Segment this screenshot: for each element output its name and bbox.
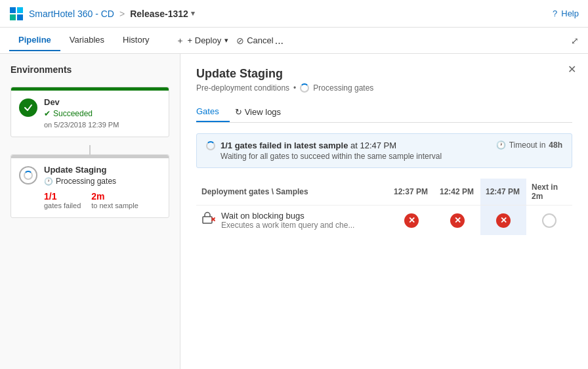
fail-icon-1: ✕ bbox=[404, 213, 419, 228]
panel-tabs: Gates ↻ View logs bbox=[196, 102, 572, 123]
help-icon: ? bbox=[553, 9, 557, 18]
cancel-icon: ⊘ bbox=[236, 35, 244, 46]
alert-main: 1/1 gates failed in latest sample at 12:… bbox=[220, 141, 442, 150]
fail-icon-3: ✕ bbox=[496, 213, 511, 228]
tab-variables[interactable]: Variables bbox=[60, 30, 114, 51]
close-button[interactable]: ✕ bbox=[564, 62, 579, 76]
top-bar-left: SmartHotel 360 - CD > Release-1312 ▾ bbox=[9, 7, 195, 21]
chevron-down-icon: ▾ bbox=[191, 9, 195, 18]
refresh-icon: ↻ bbox=[235, 107, 242, 117]
empty-status-icon bbox=[542, 213, 556, 228]
env-card-staging[interactable]: Update Staging 🕐 Processing gates 1/1 ga… bbox=[10, 154, 169, 218]
table-row: Wait on blocking bugs Executes a work it… bbox=[196, 206, 572, 236]
env-name-staging: Update Staging bbox=[44, 165, 161, 175]
gate-status-1237: ✕ bbox=[388, 206, 434, 236]
env-info-staging: Update Staging 🕐 Processing gates 1/1 ga… bbox=[44, 165, 161, 209]
cancel-button[interactable]: ⊘ Cancel bbox=[236, 35, 273, 46]
svg-rect-0 bbox=[10, 7, 16, 13]
svg-rect-1 bbox=[17, 7, 23, 13]
env-meta-gates: 1/1 gates failed bbox=[44, 191, 81, 209]
breadcrumb-app-name[interactable]: SmartHotel 360 - CD bbox=[29, 9, 114, 19]
env-status-dev: ✔ Succeeded bbox=[44, 109, 161, 118]
tab-history[interactable]: History bbox=[114, 30, 158, 51]
env-status-staging: 🕐 Processing gates bbox=[44, 177, 161, 186]
env-card-body-staging: Update Staging 🕐 Processing gates 1/1 ga… bbox=[11, 158, 169, 217]
tab-pipeline[interactable]: Pipeline bbox=[9, 30, 60, 51]
gate-icon bbox=[201, 211, 216, 226]
alert-spinner bbox=[206, 141, 215, 150]
gates-table: Deployment gates \ Samples 12:37 PM 12:4… bbox=[196, 179, 572, 235]
env-meta-sample: 2m to next sample bbox=[91, 191, 138, 209]
deploy-chevron-icon: ▾ bbox=[224, 36, 228, 45]
col-header-1242: 12:42 PM bbox=[434, 179, 480, 206]
subtitle-spinner bbox=[300, 83, 309, 93]
tab-gates[interactable]: Gates bbox=[196, 102, 230, 122]
env-card-dev[interactable]: Dev ✔ Succeeded on 5/23/2018 12:39 PM bbox=[10, 87, 169, 137]
top-bar: SmartHotel 360 - CD > Release-1312 ▾ ? H… bbox=[0, 0, 588, 28]
panel-subtitle: Pre-deployment conditions • Processing g… bbox=[196, 83, 572, 93]
col-header-next: Next in 2m bbox=[526, 179, 572, 206]
tab-view-logs[interactable]: ↻ View logs bbox=[235, 102, 281, 122]
gates-failed-label: gates failed bbox=[44, 202, 81, 209]
release-name[interactable]: Release-1312 ▾ bbox=[130, 9, 195, 19]
sidebar: Environments Dev ✔ Succeeded on 5/23/201… bbox=[0, 54, 180, 369]
plus-icon: ＋ bbox=[176, 35, 184, 47]
checkmark-icon: ✔ bbox=[44, 109, 51, 118]
breadcrumb-separator: > bbox=[119, 9, 125, 19]
panel-title: Update Staging bbox=[196, 67, 572, 81]
alert-timeout: 🕐 Timeout in 48h bbox=[496, 141, 562, 150]
env-meta-staging: 1/1 gates failed 2m to next sample bbox=[44, 191, 161, 209]
alert-banner: 1/1 gates failed in latest sample at 12:… bbox=[196, 133, 572, 168]
gate-desc: Executes a work item query and che... bbox=[221, 221, 354, 230]
col-header-1247: 12:47 PM bbox=[480, 179, 526, 206]
gate-status-1242: ✕ bbox=[434, 206, 480, 236]
expand-button[interactable]: ⤢ bbox=[571, 35, 579, 46]
env-name-dev: Dev bbox=[44, 97, 161, 107]
more-button[interactable]: ... bbox=[275, 35, 284, 47]
gate-status-next bbox=[526, 206, 572, 236]
app-logo bbox=[9, 7, 24, 21]
gate-name-cell: Wait on blocking bugs Executes a work it… bbox=[196, 206, 388, 236]
sidebar-title: Environments bbox=[10, 64, 169, 75]
env-icon-staging bbox=[19, 166, 37, 185]
svg-rect-4 bbox=[203, 217, 212, 223]
alert-left: 1/1 gates failed in latest sample at 12:… bbox=[206, 141, 442, 161]
clock-icon-alert: 🕐 bbox=[496, 141, 506, 150]
col-header-name: Deployment gates \ Samples bbox=[196, 179, 388, 206]
deploy-button[interactable]: ＋ + Deploy ▾ bbox=[169, 32, 236, 50]
next-sample-value: 2m bbox=[91, 191, 138, 202]
nav-bar: Pipeline Variables History ＋ + Deploy ▾ … bbox=[0, 28, 588, 54]
fail-icon-2: ✕ bbox=[450, 213, 465, 228]
right-panel: ✕ Update Staging Pre-deployment conditio… bbox=[180, 54, 588, 369]
clock-icon: 🕐 bbox=[44, 177, 53, 186]
connector-line bbox=[89, 145, 91, 157]
gate-status-1247: ✕ bbox=[480, 206, 526, 236]
env-info-dev: Dev ✔ Succeeded on 5/23/2018 12:39 PM bbox=[44, 97, 161, 129]
main-content: Environments Dev ✔ Succeeded on 5/23/201… bbox=[0, 54, 588, 369]
next-sample-label: to next sample bbox=[91, 202, 138, 209]
subtitle-pre: Pre-deployment conditions bbox=[196, 83, 289, 93]
env-date-dev: on 5/23/2018 12:39 PM bbox=[44, 121, 161, 129]
subtitle-dot: • bbox=[293, 83, 296, 93]
col-header-1237: 12:37 PM bbox=[388, 179, 434, 206]
svg-rect-2 bbox=[10, 14, 16, 20]
env-card-body-dev: Dev ✔ Succeeded on 5/23/2018 12:39 PM bbox=[11, 91, 169, 137]
nav-actions: ＋ + Deploy ▾ ⊘ Cancel ... bbox=[169, 32, 284, 50]
env-icon-dev bbox=[19, 98, 37, 117]
alert-sub: Waiting for all gates to succeed within … bbox=[220, 152, 442, 161]
help-button[interactable]: ? Help bbox=[553, 9, 579, 18]
gates-failed-value: 1/1 bbox=[44, 191, 81, 202]
alert-text: 1/1 gates failed in latest sample at 12:… bbox=[220, 141, 442, 161]
subtitle-status: Processing gates bbox=[313, 83, 373, 93]
svg-rect-3 bbox=[17, 14, 23, 20]
gate-name: Wait on blocking bugs bbox=[221, 211, 354, 221]
